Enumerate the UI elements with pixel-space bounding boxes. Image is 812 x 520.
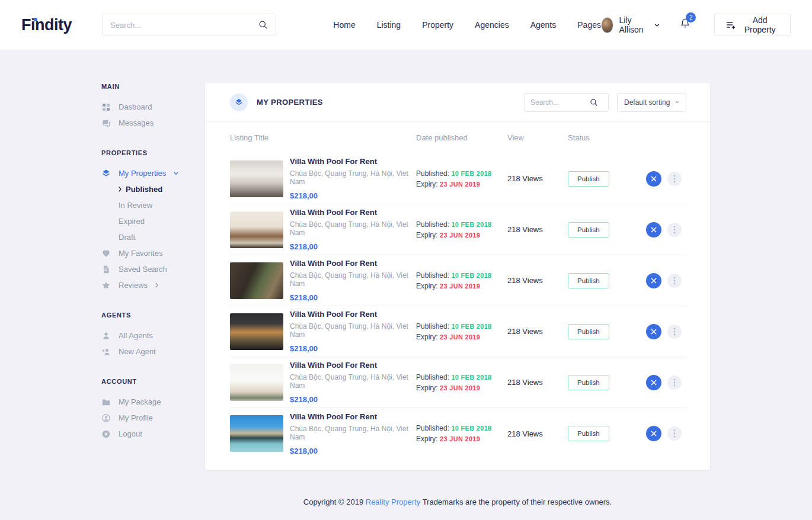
publish-status-button[interactable]: Publish (568, 324, 609, 339)
search-icon[interactable] (258, 20, 268, 30)
sidebar-item-dashboard[interactable]: Dasboard (101, 102, 205, 111)
sidebar-item-messages[interactable]: Messages (101, 118, 205, 127)
search-icon[interactable] (590, 98, 598, 107)
dashboard-icon (101, 102, 111, 112)
sidebar-item-my-favorites[interactable]: My Favorites (101, 249, 205, 258)
sidebar-subitem-draft[interactable]: Draft (119, 233, 205, 242)
sidebar-subitem-in-review[interactable]: In Review (119, 201, 205, 210)
close-icon (651, 278, 657, 284)
sidebar-subitem-published[interactable]: Published (119, 185, 205, 194)
page-footer: Copyright © 2019 Reality Property Tradem… (205, 470, 710, 520)
sidebar-item-label: Reviews (119, 281, 148, 290)
more-options-button[interactable] (667, 223, 682, 237)
expiry-date: 23 JUN 2019 (440, 333, 480, 341)
sidebar-item-label: Saved Search (119, 265, 167, 274)
remove-listing-button[interactable] (646, 375, 661, 390)
sidebar-item-label: Messages (119, 118, 154, 127)
publish-status-button[interactable]: Publish (568, 426, 609, 441)
column-header-date-published: Date published (416, 133, 507, 142)
nav-link-listing[interactable]: Listing (377, 20, 401, 30)
sort-dropdown[interactable]: Default sorting (617, 93, 686, 112)
more-options-button[interactable] (667, 375, 682, 390)
more-options-button[interactable] (667, 172, 682, 186)
add-property-button[interactable]: Add Property (714, 14, 791, 36)
listing-title-cell: Villa With Pool For Rent Chùa Bộc, Quang… (230, 259, 416, 302)
logout-icon (101, 429, 111, 439)
sidebar-item-label: My Properties (119, 169, 166, 178)
footer-brand-link[interactable]: Reality Property (366, 497, 420, 506)
expiry-label: Expiry: (416, 282, 438, 290)
listing-title-cell: Villa With Pool For Rent Chùa Bộc, Quang… (230, 157, 416, 200)
property-title[interactable]: Villa With Pool For Rent (290, 157, 416, 166)
property-thumbnail[interactable] (230, 161, 283, 197)
remove-listing-button[interactable] (646, 324, 661, 339)
close-icon (651, 380, 657, 386)
property-thumbnail[interactable] (230, 211, 283, 248)
more-options-button[interactable] (667, 325, 682, 339)
date-published-cell: Published: 10 FEB 2018 Expiry: 23 JUN 20… (416, 371, 507, 394)
properties-table: Listing Title Date published View Status… (205, 122, 710, 470)
property-title[interactable]: Villa With Pool For Rent (290, 259, 416, 268)
panel-search-input[interactable] (530, 98, 590, 107)
property-thumbnail[interactable] (230, 262, 283, 299)
remove-listing-button[interactable] (646, 171, 661, 187)
sort-dropdown-value: Default sorting (624, 98, 670, 107)
heart-icon (101, 249, 111, 258)
panel-search (524, 93, 609, 112)
property-title[interactable]: Villa With Pool For Rent (290, 208, 416, 217)
notifications-button[interactable]: 2 (680, 18, 690, 32)
sidebar-item-my-package[interactable]: My Package (101, 397, 205, 406)
publish-status-button[interactable]: Publish (568, 273, 609, 288)
date-published-cell: Published: 10 FEB 2018 Expiry: 23 JUN 20… (416, 269, 507, 293)
property-text-block: Villa With Pool For Rent Chùa Bộc, Quang… (290, 208, 416, 251)
property-thumbnail[interactable] (230, 415, 283, 452)
kebab-menu-icon (673, 226, 676, 234)
panel-icon-circle (230, 94, 248, 111)
more-options-button[interactable] (667, 274, 682, 288)
remove-listing-button[interactable] (646, 222, 661, 237)
panel-title: MY PROPERTIES (257, 98, 323, 107)
publish-status-button[interactable]: Publish (568, 222, 609, 237)
nav-link-home[interactable]: Home (333, 20, 355, 30)
sidebar-item-reviews[interactable]: Reviews (101, 281, 205, 290)
user-menu[interactable]: Lily Allison (601, 15, 660, 34)
top-navbar: Findity Home Listing Property Agencies A… (0, 0, 812, 50)
global-search-input[interactable] (110, 21, 258, 30)
sidebar-item-my-profile[interactable]: My Profile (101, 413, 205, 422)
sidebar-subitem-expired[interactable]: Expired (119, 217, 205, 226)
property-price: $218,00 (290, 293, 416, 302)
publish-status-button[interactable]: Publish (568, 171, 609, 187)
nav-link-pages[interactable]: Pages (577, 20, 601, 30)
user-name: Lily Allison (619, 15, 649, 34)
property-title[interactable]: Villa With Pool For Rent (290, 361, 416, 370)
sidebar-item-all-agents[interactable]: All Agents (101, 331, 205, 340)
published-date: 10 FEB 2018 (451, 323, 491, 330)
sidebar-item-my-properties[interactable]: My Properties (101, 169, 205, 178)
property-price: $218,00 (290, 344, 416, 353)
property-title[interactable]: Villa With Pool For Rent (290, 310, 416, 319)
nav-link-agents[interactable]: Agents (530, 20, 557, 30)
property-thumbnail[interactable] (230, 313, 283, 350)
listing-title-cell: Villa With Pool For Rent Chùa Bộc, Quang… (230, 208, 416, 251)
remove-listing-button[interactable] (646, 426, 661, 441)
property-address: Chùa Bộc, Quang Trung, Hà Nội, Viet Nam (290, 220, 416, 237)
remove-listing-button[interactable] (646, 273, 661, 288)
more-options-button[interactable] (667, 426, 682, 441)
nav-link-property[interactable]: Property (422, 20, 453, 30)
brand-logo[interactable]: Findity (21, 16, 102, 34)
nav-link-agencies[interactable]: Agencies (475, 20, 509, 30)
property-title[interactable]: Villa With Pool For Rent (290, 412, 416, 421)
sidebar-subitem-label: Draft (119, 233, 135, 242)
sidebar-item-logout[interactable]: Logout (101, 429, 205, 438)
publish-status-button[interactable]: Publish (568, 375, 609, 390)
row-actions (646, 273, 686, 288)
status-cell: Publish (568, 426, 646, 441)
messages-icon (101, 118, 111, 128)
property-thumbnail[interactable] (230, 364, 283, 401)
expiry-label: Expiry: (416, 180, 438, 188)
sidebar-item-saved-search[interactable]: Saved Search (101, 265, 205, 274)
published-label: Published: (416, 322, 449, 330)
section-heading-main: MAIN (101, 83, 205, 90)
star-icon (101, 281, 111, 290)
sidebar-item-new-agent[interactable]: New Agent (101, 347, 205, 356)
